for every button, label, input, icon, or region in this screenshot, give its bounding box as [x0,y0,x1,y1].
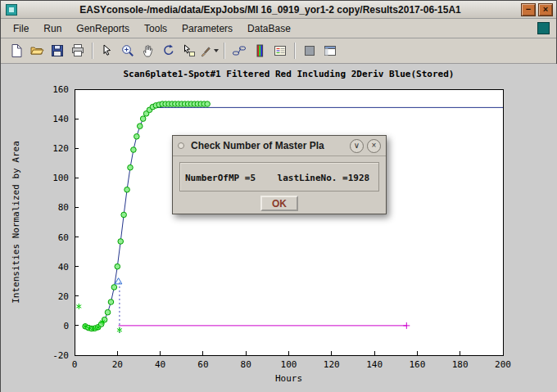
dialog-collapse-button[interactable]: ∨ [350,139,364,153]
data-cursor-button[interactable] [179,41,199,61]
zoom-in-button[interactable] [117,41,138,61]
edit-plot-button[interactable] [97,41,117,61]
svg-text:20: 20 [112,359,123,370]
svg-text:80: 80 [58,202,69,213]
zoom-in-icon [120,43,135,58]
svg-text:160: 160 [52,84,69,95]
close-button[interactable]: × [538,3,553,16]
hide-plot-tools-button[interactable] [299,41,319,61]
menu-item-genreports[interactable]: GenReports [69,20,137,38]
brush-dropdown-icon[interactable] [214,49,219,52]
menubar-app-icon [537,22,550,34]
open-folder-icon [29,43,44,58]
svg-text:160: 160 [409,359,425,370]
svg-text:180: 180 [452,359,469,370]
save-figure-button[interactable] [47,41,67,61]
svg-text:Hours: Hours [275,373,302,384]
dialog-message: NumberOfMP =5 lastLineNo. =1928 [185,173,369,183]
dialog-message-panel: NumberOfMP =5 lastLineNo. =1928 [179,162,379,191]
check-number-dialog: Check Number of Master Pla ∨ × NumberOfM… [172,135,387,214]
dialog-titlebar[interactable]: Check Number of Master Pla ∨ × [173,136,386,156]
rotate-arrow-icon [161,43,176,58]
chart-canvas[interactable]: 020406080100120140160180200-200204060801… [1,64,557,392]
svg-text:100: 100 [281,359,297,370]
insert-legend-button[interactable] [269,41,290,61]
new-document-icon [9,43,24,58]
brush-data-button[interactable] [199,41,220,61]
svg-text:0: 0 [63,321,69,331]
menu-item-tools[interactable]: Tools [137,20,174,38]
svg-text:60: 60 [58,232,69,243]
app-icon [6,4,17,16]
svg-text:200: 200 [495,359,511,370]
show-plot-tools-icon [323,43,337,58]
svg-text:120: 120 [52,143,69,154]
figure-toolbar [1,38,556,64]
pan-button[interactable] [138,41,158,61]
menu-item-file[interactable]: File [6,20,36,38]
dialog-body: NumberOfMP =5 lastLineNo. =1928 OK [173,156,386,211]
svg-text:40: 40 [155,359,165,370]
link-chain-icon [232,43,247,58]
show-plot-tools-button[interactable] [319,41,340,61]
menu-item-run[interactable]: Run [36,20,69,38]
insert-colorbar-button[interactable] [249,41,269,61]
window-title: EASYconsole-/media/data/ExpJobs/MI 16_09… [22,4,519,16]
dialog-close-button[interactable]: × [367,139,381,153]
data-cursor-icon [182,43,197,58]
hand-pan-icon [141,43,156,58]
pointer-arrow-icon [100,43,115,58]
dialog-title: Check Number of Master Pla [191,140,346,151]
floppy-save-icon [50,43,65,58]
menubar: File Run GenReports Tools Parameters Dat… [1,19,556,38]
link-plot-button[interactable] [229,41,249,61]
svg-text:120: 120 [324,359,340,370]
svg-text:Intensities Normalized by Area: Intensities Normalized by Area [11,141,21,304]
app-window: EASYconsole-/media/data/ExpJobs/MI 16_09… [0,0,557,392]
menu-item-database[interactable]: DataBase [240,20,298,38]
ok-button[interactable]: OK [260,196,298,211]
svg-text:80: 80 [241,359,251,370]
svg-text:100: 100 [52,173,69,183]
toolbar-separator [294,43,295,59]
window-titlebar[interactable]: EASYconsole-/media/data/ExpJobs/MI 16_09… [1,1,556,19]
svg-text:20: 20 [58,291,69,302]
svg-text:0: 0 [72,359,78,370]
figure-area: 020406080100120140160180200-200204060801… [1,64,557,392]
open-file-button[interactable] [26,41,47,61]
svg-text:40: 40 [58,262,69,273]
hide-plot-tools-icon [302,43,317,58]
rotate-3d-button[interactable] [158,41,179,61]
new-figure-button[interactable] [6,41,26,61]
legend-icon [273,43,288,58]
toolbar-separator [224,43,224,59]
menu-item-parameters[interactable]: Parameters [174,20,240,38]
printer-icon [70,43,85,58]
svg-text:Scan6plate1-Spot#1 Filtered Re: Scan6plate1-Spot#1 Filtered Red Includin… [124,69,455,79]
toolbar-separator [92,43,93,59]
svg-text:60: 60 [197,359,208,370]
colorbar-icon [252,43,267,58]
svg-text:-20: -20 [52,350,69,361]
minimize-button[interactable]: − [521,3,536,16]
brush-icon [200,43,212,58]
print-figure-button[interactable] [67,41,88,61]
svg-text:140: 140 [366,359,383,370]
dialog-dot-icon [178,142,184,149]
svg-text:140: 140 [52,114,69,124]
